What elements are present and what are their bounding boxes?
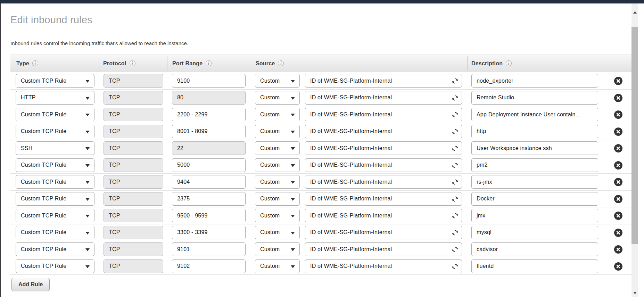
source-type-select[interactable]: Custom: [255, 91, 300, 105]
description-input[interactable]: Docker: [471, 192, 598, 206]
type-select[interactable]: Custom TCP Rule: [16, 242, 94, 256]
scrollbar-thumb[interactable]: [631, 27, 638, 244]
delete-rule-button[interactable]: [614, 195, 622, 203]
source-value-input[interactable]: ID of WME-SG-Platform-Internal: [305, 209, 462, 222]
description-input[interactable]: Remote Studio: [471, 91, 598, 105]
port-range-input[interactable]: 9100: [172, 74, 246, 88]
refresh-icon[interactable]: [452, 95, 458, 101]
delete-rule-button[interactable]: [614, 94, 622, 102]
source-value-input[interactable]: ID of WME-SG-Platform-Internal: [305, 158, 462, 172]
port-range-input[interactable]: 2200 - 2299: [172, 108, 246, 121]
source-type-select[interactable]: Custom: [255, 74, 300, 88]
refresh-icon[interactable]: [452, 145, 458, 151]
source-value-input[interactable]: ID of WME-SG-Platform-Internal: [305, 141, 462, 155]
refresh-icon[interactable]: [452, 196, 458, 202]
source-value-input[interactable]: ID of WME-SG-Platform-Internal: [305, 91, 462, 105]
description-input[interactable]: http: [471, 125, 598, 138]
port-range-input[interactable]: 2375: [172, 192, 246, 206]
refresh-icon[interactable]: [452, 78, 458, 84]
delete-rule-button[interactable]: [614, 178, 622, 186]
delete-rule-button[interactable]: [614, 127, 622, 136]
chevron-down-icon: [291, 114, 295, 116]
description-input[interactable]: rs-jmx: [471, 175, 598, 189]
source-value-input[interactable]: ID of WME-SG-Platform-Internal: [305, 125, 462, 138]
type-select[interactable]: Custom TCP Rule: [16, 125, 94, 138]
description-input[interactable]: App Deployment Instance User contain...: [471, 108, 598, 121]
description-input[interactable]: jmx: [471, 209, 598, 222]
info-icon[interactable]: i: [278, 60, 284, 66]
description-value: node_exporter: [477, 78, 513, 84]
source-value-input[interactable]: ID of WME-SG-Platform-Internal: [305, 226, 462, 239]
source-type-select[interactable]: Custom: [255, 158, 300, 172]
source-value-input[interactable]: ID of WME-SG-Platform-Internal: [305, 242, 462, 256]
type-select[interactable]: SSH: [16, 141, 94, 155]
source-value-input[interactable]: ID of WME-SG-Platform-Internal: [305, 192, 462, 206]
port-range-input[interactable]: 9500 - 9599: [172, 209, 246, 222]
description-input[interactable]: mysql: [471, 226, 598, 239]
source-type-select[interactable]: Custom: [255, 192, 300, 206]
chevron-down-icon: [85, 181, 90, 184]
down-arrow-icon[interactable]: [633, 292, 637, 294]
delete-rule-button[interactable]: [614, 161, 622, 170]
port-range-input[interactable]: 8001 - 8099: [172, 125, 246, 138]
delete-rule-button[interactable]: [614, 212, 622, 220]
description-input[interactable]: pm2: [471, 158, 598, 172]
refresh-icon[interactable]: [452, 246, 458, 253]
edit-inbound-rules-dialog: Edit inbound rules Inbound rules control…: [0, 0, 644, 297]
rule-row: Custom TCP Rule TCP 3300 - 3399 Custom I…: [10, 224, 631, 241]
type-select[interactable]: Custom TCP Rule: [16, 175, 94, 189]
port-range-input[interactable]: 9102: [172, 259, 246, 273]
info-icon[interactable]: i: [130, 60, 135, 66]
source-type-select[interactable]: Custom: [255, 175, 300, 189]
description-input[interactable]: node_exporter: [471, 74, 598, 88]
type-select[interactable]: Custom TCP Rule: [16, 226, 94, 239]
type-select[interactable]: Custom TCP Rule: [16, 158, 94, 172]
source-type-select[interactable]: Custom: [255, 108, 300, 121]
delete-rule-button[interactable]: [614, 229, 622, 237]
type-select[interactable]: HTTP: [16, 91, 94, 105]
delete-rule-button[interactable]: [614, 144, 622, 152]
source-type-select[interactable]: Custom: [255, 242, 300, 256]
up-arrow-icon[interactable]: [633, 11, 637, 14]
description-input[interactable]: cadvisor: [471, 242, 598, 256]
delete-rule-button[interactable]: [614, 77, 622, 85]
port-range-input[interactable]: 3300 - 3399: [172, 226, 246, 239]
delete-rule-button[interactable]: [614, 262, 622, 271]
info-icon[interactable]: i: [32, 60, 38, 66]
delete-rule-button[interactable]: [614, 110, 622, 119]
source-value-input[interactable]: ID of WME-SG-Platform-Internal: [305, 108, 462, 121]
source-type-select[interactable]: Custom: [255, 259, 300, 273]
port-range-input[interactable]: 9404: [172, 175, 246, 189]
source-type-select[interactable]: Custom: [255, 226, 300, 239]
chevron-down-icon: [85, 114, 90, 116]
scrollbar[interactable]: [631, 3, 638, 297]
info-icon[interactable]: i: [206, 60, 212, 66]
info-icon[interactable]: i: [506, 60, 512, 66]
description-input[interactable]: User Workspace instance ssh: [471, 141, 598, 155]
delete-rule-button[interactable]: [614, 245, 622, 254]
refresh-icon[interactable]: [452, 263, 458, 270]
source-value-input[interactable]: ID of WME-SG-Platform-Internal: [305, 175, 462, 189]
refresh-icon[interactable]: [452, 230, 458, 236]
add-rule-button[interactable]: Add Rule: [11, 278, 50, 291]
refresh-icon[interactable]: [452, 112, 458, 118]
type-select[interactable]: Custom TCP Rule: [16, 74, 94, 88]
refresh-icon[interactable]: [452, 213, 458, 219]
description-input[interactable]: fluentd: [471, 259, 598, 273]
chevron-down-icon: [85, 131, 90, 133]
protocol-value: TCP: [109, 263, 120, 269]
source-type-select[interactable]: Custom: [255, 209, 300, 222]
source-type-select[interactable]: Custom: [255, 141, 300, 155]
port-range-input[interactable]: 9101: [172, 242, 246, 256]
port-range-input[interactable]: 5000: [172, 158, 246, 172]
type-select[interactable]: Custom TCP Rule: [16, 209, 94, 222]
source-type-select[interactable]: Custom: [255, 125, 300, 138]
type-select[interactable]: Custom TCP Rule: [16, 259, 94, 273]
refresh-icon[interactable]: [452, 162, 458, 168]
refresh-icon[interactable]: [452, 179, 458, 185]
type-select[interactable]: Custom TCP Rule: [16, 192, 94, 206]
source-value-input[interactable]: ID of WME-SG-Platform-Internal: [305, 74, 462, 88]
type-select[interactable]: Custom TCP Rule: [16, 108, 94, 121]
refresh-icon[interactable]: [452, 129, 458, 135]
source-value-input[interactable]: ID of WME-SG-Platform-Internal: [305, 259, 462, 273]
